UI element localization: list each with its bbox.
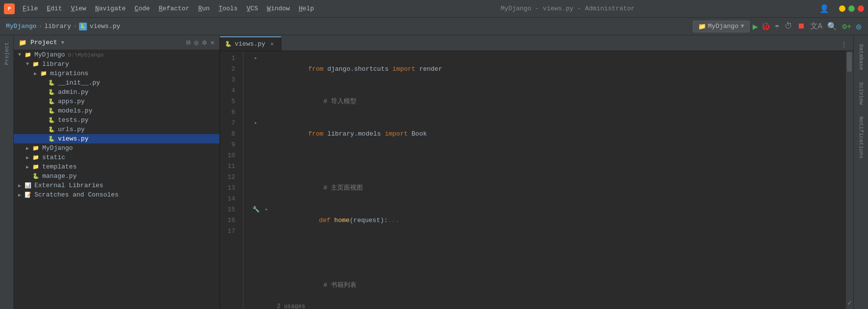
breadcrumb-project[interactable]: MyDjango [6,23,36,30]
models-file-icon: 🐍 [47,108,56,114]
menu-code[interactable]: Code [131,3,154,14]
tree-item-init[interactable]: 🐍 __init__.py [14,78,219,87]
app-logo: P [4,3,15,14]
code-line-3: ▸ from library.models import Book [244,118,845,150]
menu-help[interactable]: Help [295,3,318,14]
code-line-10 [244,258,845,269]
side-tabs-left: Project [0,35,14,309]
extlib-icon: 📊 [24,182,32,189]
views-file-icon: 🐍 [47,136,56,142]
tree-item-static[interactable]: ▶ 📁 static [14,153,219,162]
breadcrumb-file[interactable]: views.py [90,23,120,30]
tree-folder-icon: 📁 [19,39,27,47]
code-line-4 [244,150,845,161]
tab-menu-icon[interactable]: ⋮ [839,38,849,51]
admin-label: admin.py [58,88,88,96]
menu-tools[interactable]: Tools [215,3,242,14]
root-path: D:\MyDjango [68,52,104,58]
tab-bar: 🐍 views.py ✕ ⋮ [220,35,853,51]
nav-right: 📁 MyDjango ▼ ▶ 🐞 ☂ ⏱ ⏹ 文A 🔍 ⚙+ ◎ [693,20,862,32]
close-button[interactable] [858,5,864,12]
scratches-icon: 📝 [24,192,32,198]
breadcrumb-sep2: › [73,23,77,30]
tree-item-mydj[interactable]: ▶ 📁 MyDjango [14,143,219,153]
tree-item-library[interactable]: ▼ 📁 library [14,59,219,69]
tab-close-icon[interactable]: ✕ [270,40,273,48]
code-line-11: # 书籍列表 [244,269,845,302]
code-line-6: # 主页面视图 [244,172,845,204]
profiler-button[interactable]: ⏱ [784,21,793,32]
minimize-button[interactable] [839,5,845,12]
code-editor: 1 2 3 4 5 6 7 8 9 10 11 12 13 14 15 16 1… [220,51,853,309]
code-line-1: ▸ from django.shortcuts import render [244,53,845,85]
coverage-button[interactable]: ☂ [774,21,781,32]
tree-item-apps[interactable]: 🐍 apps.py [14,97,219,106]
tree-close-icon[interactable]: ✕ [211,38,215,47]
notifications-tab[interactable]: Notifications [856,111,867,165]
tree-item-tests[interactable]: 🐍 tests.py [14,115,219,125]
menu-window[interactable]: Window [263,3,294,14]
breadcrumb-library[interactable]: library [44,23,71,30]
fold-icon-7[interactable]: ▸ [262,204,271,215]
fold-icon-1[interactable]: ▸ [251,53,260,64]
line-6-content: # 主页面视图 [262,172,363,204]
tree-item-scratches[interactable]: ▶ 📝 Scratches and Consoles [14,190,219,199]
project-side-tab[interactable]: Project [1,37,12,70]
init-file-icon: 🐍 [47,80,56,86]
mydj-expand-icon: ▶ [24,145,31,151]
static-expand-icon: ▶ [24,155,31,161]
menu-edit[interactable]: Edit [43,3,66,14]
maximize-button[interactable] [848,5,855,12]
menu-run[interactable]: Run [194,3,214,14]
menu-vcs[interactable]: VCS [243,3,262,14]
scroll-to-source-icon[interactable]: ◎ [194,38,198,47]
tree-header-actions: ⊟ ◎ ⚙ ✕ [186,38,215,47]
tree-item-ext-lib[interactable]: ▶ 📊 External Libraries [14,181,219,190]
code-content[interactable]: ▸ from django.shortcuts import render # … [244,51,845,309]
project-run-selector[interactable]: 📁 MyDjango ▼ [693,21,750,32]
menu-view[interactable]: View [67,3,90,14]
tree-item-root[interactable]: ▼ 📁 MyDjango D:\MyDjango [14,50,219,59]
templates-folder-icon: 📁 [31,164,40,170]
editor-scrollbar[interactable]: ✓ [845,51,853,309]
ide-update-icon[interactable]: ◎ [855,21,862,32]
line-11-content: # 书籍列表 [262,269,356,302]
menu-refactor[interactable]: Refactor [155,3,193,14]
toolbar: MyDjango › library › 🐍 views.py 📁 MyDjan… [0,18,868,35]
database-tab[interactable]: Database [856,38,867,76]
collapse-all-icon[interactable]: ⊟ [186,38,190,47]
settings-add-icon[interactable]: ⚙+ [841,21,852,32]
scrollbar-thumb[interactable] [847,52,852,72]
chevron-down-icon: ▼ [740,23,744,30]
tree-dropdown-icon[interactable]: ▼ [61,40,65,46]
search-everywhere-icon[interactable]: 🔍 [826,21,838,32]
translate-icon[interactable]: 文A [809,20,824,32]
menu-navigate[interactable]: Navigate [91,3,130,14]
manage-label: manage.py [42,172,77,180]
code-line-5 [244,161,845,172]
tree-item-views[interactable]: 🐍 views.py [14,134,219,143]
breadcrumb: MyDjango › library › 🐍 views.py [6,23,120,30]
tab-views-py[interactable]: 🐍 views.py ✕ [220,36,281,51]
fold-icon-3[interactable]: ▸ [251,118,260,129]
migrations-expand-icon: ▶ [31,71,39,77]
project-name-label: MyDjango [708,23,738,30]
tree-item-admin[interactable]: 🐍 admin.py [14,87,219,97]
run-button[interactable]: ▶ [753,21,758,32]
tree-item-manage[interactable]: 🐍 manage.py [14,171,219,181]
sciview-tab[interactable]: SciView [856,76,867,111]
tests-file-icon: 🐍 [47,117,56,124]
tree-item-migrations[interactable]: ▶ 📁 migrations [14,69,219,78]
account-icon[interactable]: 👤 [817,3,831,15]
library-expand-icon: ▼ [24,61,31,67]
tree-item-urls[interactable]: 🐍 urls.py [14,125,219,134]
menu-file[interactable]: File [19,3,42,14]
tree-item-models[interactable]: 🐍 models.py [14,106,219,115]
tree-settings-icon[interactable]: ⚙ [202,38,206,47]
debug-button[interactable]: 🐞 [761,22,771,31]
root-expand-icon: ▼ [16,52,24,57]
stop-button[interactable]: ⏹ [796,21,806,32]
urls-label: urls.py [58,126,85,133]
init-label: __init__.py [58,79,100,86]
tree-item-templates[interactable]: ▶ 📁 templates [14,162,219,171]
